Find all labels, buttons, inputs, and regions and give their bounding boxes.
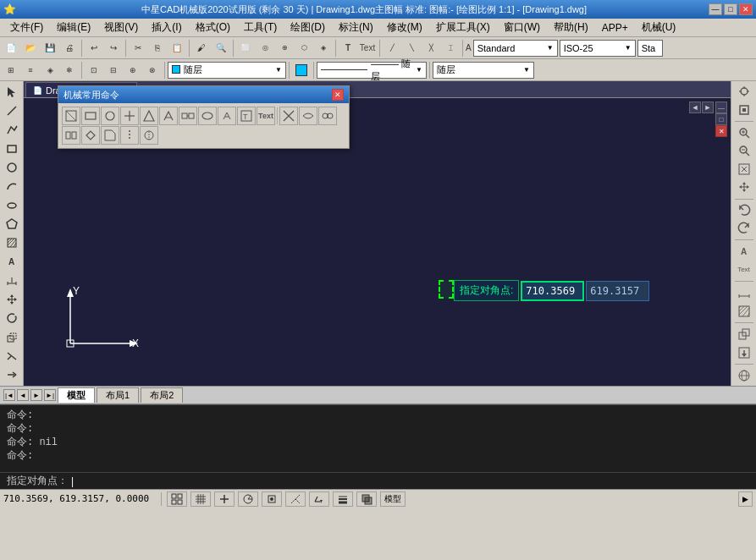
match-prop-button[interactable]: 🖌 — [192, 39, 211, 58]
zoom-button[interactable]: 🔍 — [212, 39, 230, 58]
status-snap-btn[interactable] — [167, 491, 187, 507]
menu-mechanical[interactable]: 机械(U) — [635, 19, 683, 36]
select-tool[interactable] — [3, 83, 21, 101]
status-model-btn[interactable]: 模型 — [380, 491, 406, 507]
nav-first-btn[interactable]: |◄ — [3, 389, 15, 401]
mech-btn-14[interactable] — [318, 107, 337, 125]
rotate-tool[interactable] — [3, 310, 21, 327]
status-transparency-btn[interactable] — [356, 491, 377, 507]
rt-hatch-btn[interactable] — [734, 303, 754, 320]
tab-layout2[interactable]: 布局2 — [141, 387, 183, 403]
status-more-btn[interactable]: ▶ — [738, 491, 753, 507]
mech-dialog-close-button[interactable]: ✕ — [332, 89, 344, 101]
mech-btn-17[interactable] — [101, 126, 119, 145]
text-tool-left[interactable]: A — [3, 253, 21, 271]
tool-6[interactable]: ╱ — [383, 39, 401, 58]
rt-snap-btn[interactable] — [734, 83, 754, 100]
rt-pan-btn[interactable] — [734, 178, 754, 195]
mech-dialog-titlebar[interactable]: 机械常用命令 ✕ — [58, 86, 349, 103]
status-otrack-btn[interactable] — [285, 491, 306, 507]
rt-insert-btn[interactable] — [734, 343, 754, 360]
ellipse-tool[interactable] — [3, 196, 21, 214]
mech-btn-16[interactable] — [81, 126, 100, 145]
polyline-tool[interactable] — [3, 121, 21, 139]
sta-dropdown[interactable]: Sta — [637, 40, 663, 57]
nav-next-btn[interactable]: ► — [30, 389, 42, 401]
menu-view[interactable]: 视图(V) — [97, 19, 145, 36]
mech-btn-13[interactable] — [299, 107, 317, 125]
mech-btn-7[interactable] — [179, 107, 197, 125]
tool-1[interactable]: ⬜ — [236, 39, 255, 58]
layer-tool-4[interactable]: ⊗ — [143, 61, 162, 80]
rt-zoom-in-btn[interactable] — [734, 124, 754, 141]
menu-file[interactable]: 文件(F) — [3, 19, 50, 36]
tool-7[interactable]: ╲ — [402, 39, 421, 58]
menu-tools[interactable]: 工具(T) — [237, 19, 284, 36]
trim-tool[interactable] — [3, 347, 21, 365]
dimension-tool[interactable] — [3, 272, 21, 289]
save-button[interactable]: 💾 — [41, 39, 59, 58]
print-button[interactable]: 🖨 — [60, 39, 79, 58]
text-style-dropdown[interactable]: Standard ▼ — [473, 40, 558, 57]
mech-btn-1[interactable] — [62, 107, 80, 125]
layer-tool-2[interactable]: ⊟ — [104, 61, 123, 80]
move-tool[interactable] — [3, 290, 21, 308]
cut-button[interactable]: ✂ — [129, 39, 147, 58]
rt-dim-btn[interactable] — [734, 284, 754, 301]
layer-freeze-btn[interactable]: ❄ — [60, 61, 79, 80]
tab-model[interactable]: 模型 — [58, 387, 95, 403]
redo-button[interactable]: ↪ — [104, 39, 123, 58]
tab-layout1[interactable]: 布局1 — [97, 387, 139, 403]
layer-manager-btn[interactable]: ⊞ — [2, 61, 20, 80]
maximize-button[interactable]: □ — [724, 3, 737, 15]
menu-modify[interactable]: 修改(M) — [380, 19, 429, 36]
rect-tool[interactable] — [3, 140, 21, 157]
tool-5[interactable]: ◈ — [314, 39, 333, 58]
rt-undo-btn[interactable] — [734, 202, 754, 219]
rt-block-btn[interactable] — [734, 326, 754, 343]
copy-button[interactable]: ⎘ — [148, 39, 167, 58]
tool-8[interactable]: ╳ — [422, 39, 440, 58]
new-button[interactable]: 📄 — [2, 39, 20, 58]
mech-btn-8[interactable] — [198, 107, 217, 125]
open-button[interactable]: 📂 — [21, 39, 40, 58]
status-ortho-btn[interactable] — [214, 491, 235, 507]
mech-btn-5[interactable] — [140, 107, 158, 125]
vp-max-btn[interactable]: □ — [715, 113, 727, 125]
tool-2[interactable]: ◎ — [256, 39, 274, 58]
hatch-tool[interactable] — [3, 234, 21, 252]
polygon-tool[interactable] — [3, 215, 21, 233]
vp-min-btn[interactable]: — — [715, 102, 727, 113]
rt-view-btn[interactable] — [734, 367, 754, 384]
status-osnap-btn[interactable] — [262, 491, 282, 507]
rt-text-2-btn[interactable]: Text — [734, 261, 754, 278]
layer-tool-3[interactable]: ⊕ — [124, 61, 142, 80]
vp-right-btn[interactable]: ► — [702, 102, 714, 113]
rt-zoom-out-btn[interactable] — [734, 142, 754, 159]
vp-close-btn[interactable]: ✕ — [715, 125, 727, 137]
status-ducs-btn[interactable] — [309, 491, 329, 507]
mech-btn-19[interactable] — [140, 126, 158, 145]
mech-btn-18[interactable] — [120, 126, 139, 145]
menu-app[interactable]: APP+ — [595, 20, 635, 36]
circle-tool[interactable] — [3, 158, 21, 176]
status-grid-btn[interactable] — [190, 491, 211, 507]
menu-edit[interactable]: 编辑(E) — [50, 19, 97, 36]
arc-tool[interactable] — [3, 178, 21, 195]
canvas-area[interactable]: 📄 Drawing1.dwg ✕ 📁 ◄ ► — □ ✕ — [24, 81, 731, 386]
layer-state-btn[interactable]: ◈ — [41, 61, 59, 80]
line-tool[interactable] — [3, 102, 21, 119]
undo-button[interactable]: ↩ — [85, 39, 103, 58]
mech-btn-4[interactable] — [120, 107, 139, 125]
scale-tool[interactable] — [3, 328, 21, 346]
menu-help[interactable]: 帮助(H) — [547, 19, 595, 36]
menu-window[interactable]: 窗口(W) — [497, 19, 547, 36]
mech-btn-15[interactable] — [62, 126, 80, 145]
dim-style-dropdown[interactable]: ISO-25 ▼ — [560, 40, 636, 57]
text-tool[interactable]: T — [339, 39, 357, 58]
menu-annotate[interactable]: 标注(N) — [332, 19, 380, 36]
color-btn[interactable] — [292, 61, 311, 80]
linestyle-dropdown[interactable]: ——— 随层 ▼ — [317, 62, 427, 79]
extend-tool[interactable] — [3, 366, 21, 384]
status-lweight-btn[interactable] — [333, 491, 353, 507]
